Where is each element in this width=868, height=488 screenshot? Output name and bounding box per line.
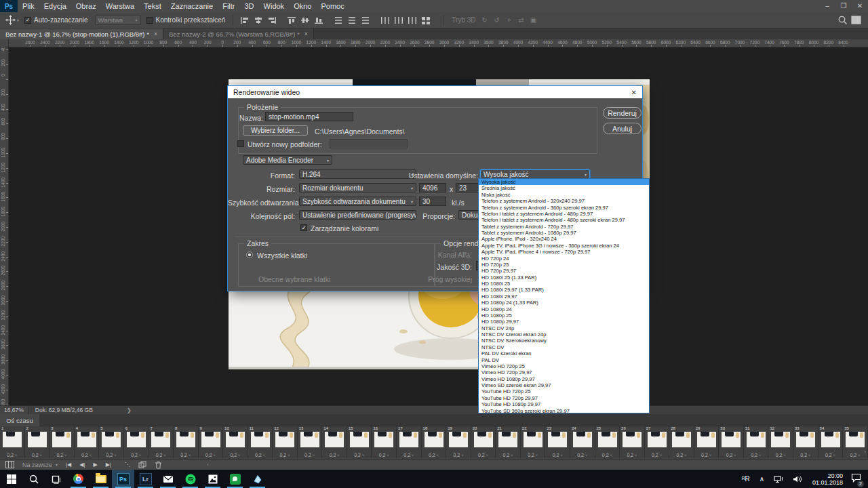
align-bottom-icon[interactable] (313, 15, 325, 26)
frame-duration[interactable]: 0,2 ˅ (174, 453, 198, 458)
timeline-frame[interactable]: 210,2 ˅ (496, 426, 521, 459)
timeline-frame[interactable]: 260,2 ˅ (620, 426, 645, 459)
task-view-icon[interactable] (45, 470, 67, 488)
network-icon[interactable] (774, 475, 783, 483)
render-button[interactable]: Renderuj (603, 107, 642, 119)
menu-widok[interactable]: Widok (259, 0, 290, 12)
frame-duration[interactable]: 0,2 ˅ (223, 453, 248, 458)
preset-option[interactable]: YouTube HD 1080p 29,97 (479, 401, 649, 407)
photos-icon[interactable] (201, 470, 224, 488)
encoder-select[interactable]: Adobe Media Encoder▾ (243, 155, 332, 165)
preset-option[interactable]: Apple TV, iPad, iPhone 3G i nowsze - 360… (479, 243, 649, 249)
frame-grid-icon[interactable] (5, 461, 14, 468)
dist-left-icon[interactable] (379, 15, 391, 26)
timeline-frame[interactable]: 110,2 ˅ (248, 426, 273, 459)
preset-option[interactable]: Niska jakość (479, 192, 649, 198)
timeline-frame[interactable]: 280,2 ˅ (669, 426, 694, 459)
timeline-frame[interactable]: 150,2 ˅ (347, 426, 372, 459)
preset-option[interactable]: Telefon z systemem Android - 320x240 29,… (479, 198, 649, 204)
search-icon[interactable] (22, 470, 45, 488)
close-tab-icon[interactable]: × (154, 30, 157, 37)
duplicate-frame-icon[interactable] (138, 461, 146, 468)
preset-option[interactable]: Vimeo HD 1080p 29,97 (479, 376, 649, 382)
close-button[interactable]: ✕ (852, 0, 868, 12)
menu-okno[interactable]: Okno (289, 0, 316, 12)
zoom-level[interactable]: 16,67% (0, 406, 28, 414)
input-indicator[interactable]: ᴿR (742, 475, 750, 483)
previous-frame-button[interactable]: ◀| (79, 462, 85, 468)
restore-button[interactable]: ❐ (835, 0, 852, 12)
align-vcenter-icon[interactable] (299, 15, 311, 26)
preset-option[interactable]: Telefon i tablet z systemem Android - 48… (479, 211, 649, 217)
tween-icon[interactable]: ⋱ (125, 462, 130, 468)
fps-select[interactable]: Szybkość odtwarzania dokumentu▾ (299, 197, 416, 206)
tool-preset-caret[interactable]: ▾ (17, 18, 19, 22)
frame-duration[interactable]: 0,2 ˅ (570, 453, 595, 458)
color-manage-checkbox[interactable]: ✓ (300, 224, 307, 231)
next-frame-button[interactable]: ▶| (106, 462, 111, 468)
minimize-button[interactable]: – (819, 0, 835, 12)
timeline-frame[interactable]: 90,2 ˅ (199, 426, 224, 459)
workspace-icon[interactable] (850, 15, 862, 26)
delete-frame-icon[interactable] (155, 461, 162, 469)
start-icon[interactable] (0, 470, 22, 488)
preset-option[interactable]: HD 1080p 24 (1.33 PAR) (479, 300, 649, 306)
frame-duration[interactable]: 0,2 ˅ (149, 453, 173, 458)
frame-duration[interactable]: 0,2 ˅ (422, 453, 446, 458)
chrome-icon[interactable] (67, 470, 90, 488)
status-arrow-icon[interactable]: ❯ (127, 407, 132, 413)
timeline-frame[interactable]: 50,2 ˅ (99, 426, 124, 459)
timeline-tab[interactable]: Oś czasu (0, 414, 39, 426)
frame-duration[interactable]: 0,2 ˅ (471, 453, 496, 458)
close-icon[interactable]: ✕ (631, 89, 637, 96)
timeline-frame[interactable]: 330,2 ˅ (793, 426, 818, 459)
frame-duration[interactable]: 0,2 ˅ (768, 453, 793, 458)
timeline-frame[interactable]: 80,2 ˅ (174, 426, 199, 459)
preset-option[interactable]: HD 1080i 25 (1.33 PAR) (479, 274, 649, 281)
frame-duration[interactable]: 0,2 ˅ (75, 453, 99, 458)
frame-duration[interactable]: 0,2 ˅ (25, 453, 50, 458)
preset-option[interactable]: Apple TV, iPad, iPhone 4 i nowsze - 720p… (479, 249, 649, 255)
timeline-frame[interactable]: 300,2 ˅ (719, 426, 744, 459)
frame-duration[interactable]: 0,2 ˅ (99, 453, 123, 458)
auto-select-checkbox[interactable]: ✓ (24, 17, 31, 24)
timeline-frame[interactable]: 140,2 ˅ (322, 426, 347, 459)
timeline-frame[interactable]: 310,2 ˅ (744, 426, 769, 459)
menu-tekst[interactable]: Tekst (139, 0, 166, 12)
frame-duration[interactable]: 0,2 ˅ (645, 453, 669, 458)
preset-option[interactable]: Vimeo SD szeroki ekran 29,97 (479, 382, 649, 388)
frame-duration[interactable]: 0,2 ˅ (496, 453, 520, 458)
timeline-frame[interactable]: 70,2 ˅ (149, 426, 174, 459)
choose-folder-button[interactable]: Wybierz folder... (243, 125, 308, 136)
preset-option[interactable]: PAL DV szeroki ekran (479, 350, 649, 357)
preset-option[interactable]: HD 720p 29,97 (479, 268, 649, 274)
timeline-frame[interactable]: 290,2 ˅ (694, 426, 719, 459)
preset-option[interactable]: YouTube HD 720p 29,97 (479, 395, 649, 401)
action-center-icon[interactable]: 2 (851, 473, 861, 485)
preset-option[interactable]: HD 1080i 25 (479, 281, 649, 287)
file-explorer-icon[interactable] (90, 470, 112, 488)
frame-duration[interactable]: 0,2 ˅ (298, 453, 322, 458)
timeline-frame[interactable]: 340,2 ˅ (818, 426, 844, 459)
mail-icon[interactable] (157, 470, 179, 488)
frame-duration[interactable]: 0,2 ˅ (669, 453, 694, 458)
play-button[interactable]: ▶ (94, 462, 98, 468)
frame-duration[interactable]: 0,2 ˅ (744, 453, 768, 458)
tab-document-2[interactable]: Bez nazwy-2 @ 66,7% (Warstwa 6,RGB/8#) *… (163, 28, 314, 39)
frame-duration[interactable]: 0,2 ˅ (248, 453, 273, 458)
subfolder-checkbox[interactable] (237, 140, 244, 147)
preset-option[interactable]: HD 1080p 29,97 (479, 319, 649, 325)
paint3d-icon[interactable] (246, 470, 269, 488)
move-tool-icon[interactable] (4, 15, 16, 26)
preset-option[interactable]: NTSC DV szeroki ekran 24p (479, 331, 649, 338)
menu-plik[interactable]: Plik (18, 0, 39, 12)
timeline-frame[interactable]: 160,2 ˅ (372, 426, 397, 459)
dist-right-icon[interactable] (406, 15, 418, 26)
timeline-frame[interactable]: 60,2 ˅ (124, 426, 149, 459)
preset-option[interactable]: NTSC DV Szerokoekranowy (479, 338, 649, 344)
timeline-frame[interactable]: 10,2 ˅ (0, 426, 25, 459)
panel-collapse-icon[interactable]: ‹ (207, 462, 209, 468)
preset-option[interactable]: HD 720p 25 (479, 262, 649, 268)
loop-select[interactable]: Na zawsze▾ (22, 462, 58, 468)
preset-option[interactable]: HD 1080i 29,97 (1.33 PAR) (479, 287, 649, 293)
